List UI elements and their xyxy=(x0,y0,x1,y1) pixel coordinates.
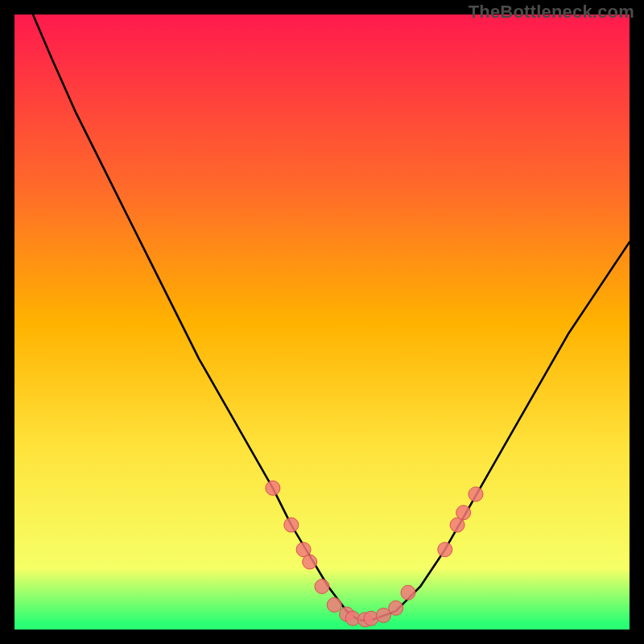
data-point xyxy=(456,506,471,520)
data-point xyxy=(438,543,452,557)
data-point xyxy=(266,481,280,495)
data-point xyxy=(469,487,483,502)
data-point xyxy=(401,585,415,600)
data-point xyxy=(327,597,341,612)
gradient-background xyxy=(14,14,630,630)
bottleneck-chart xyxy=(14,14,630,630)
data-point xyxy=(389,601,403,615)
data-point xyxy=(315,580,329,594)
watermark-text: TheBottleneck.com xyxy=(469,2,634,23)
data-point xyxy=(284,518,299,532)
chart-svg xyxy=(14,14,630,630)
data-point xyxy=(303,555,317,569)
